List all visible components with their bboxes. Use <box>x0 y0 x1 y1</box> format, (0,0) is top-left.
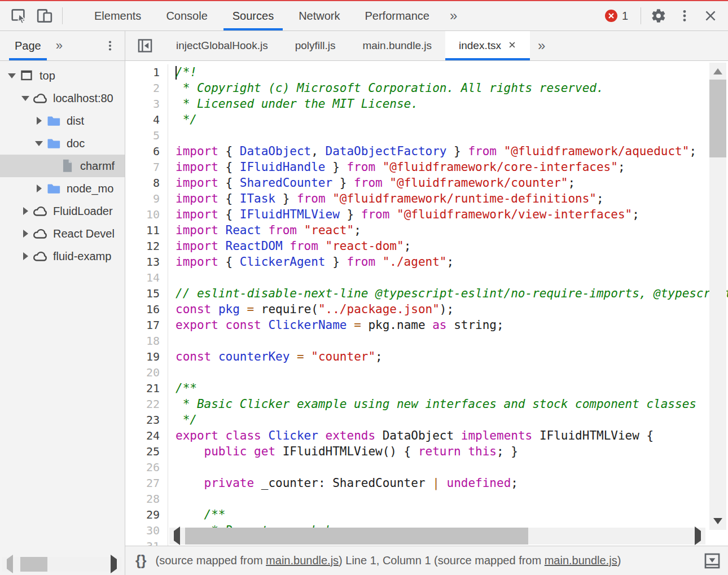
tree-item-doc[interactable]: doc <box>0 132 125 155</box>
code-line-content[interactable]: * Basic Clicker example using new interf… <box>168 396 696 412</box>
scrollbar-thumb[interactable] <box>185 528 528 545</box>
tab-elements[interactable]: Elements <box>82 1 154 30</box>
source-map-link[interactable]: main.bundle.js <box>266 554 339 567</box>
line-number[interactable]: 30 <box>125 523 168 538</box>
scroll-down-arrow[interactable] <box>713 518 722 524</box>
line-number[interactable]: 24 <box>125 428 168 444</box>
inspect-element-button[interactable] <box>6 3 32 29</box>
code-line-content[interactable]: export class Clicker extends DataObject … <box>168 428 654 444</box>
code-line-content[interactable]: * Copyright (c) Microsoft Corporation. A… <box>168 80 604 96</box>
tab-sources[interactable]: Sources <box>220 1 286 30</box>
line-number[interactable]: 13 <box>125 254 168 270</box>
code-line-content[interactable]: export const ClickerName = pkg.name as s… <box>168 317 504 333</box>
code-line-content[interactable] <box>168 270 176 286</box>
line-number[interactable]: 15 <box>125 286 168 301</box>
line-number[interactable]: 4 <box>125 112 168 128</box>
file-tab-polyfill-js[interactable]: polyfill.js <box>282 31 349 60</box>
code-line-content[interactable]: import { DataObject, DataObjectFactory }… <box>168 143 696 159</box>
code-line-content[interactable]: import { ITask } from "@fluidframework/r… <box>168 191 604 207</box>
more-file-tabs-icon[interactable]: » <box>530 38 553 54</box>
tree-item-localhost-80[interactable]: localhost:80 <box>0 87 125 109</box>
line-number[interactable]: 10 <box>125 207 168 222</box>
line-number[interactable]: 7 <box>125 159 168 175</box>
code-line-content[interactable] <box>168 365 176 380</box>
line-number[interactable]: 18 <box>125 333 168 349</box>
code-line-content[interactable] <box>168 333 176 349</box>
code-line-content[interactable]: */ <box>168 112 197 128</box>
source-editor[interactable]: 1/*!2 * Copyright (c) Microsoft Corporat… <box>125 61 728 546</box>
scroll-right-arrow[interactable] <box>111 559 117 569</box>
tree-item-fluidloader[interactable]: FluidLoader <box>0 200 125 222</box>
line-number[interactable]: 2 <box>125 80 168 96</box>
code-line-content[interactable]: import ReactDOM from "react-dom"; <box>168 238 411 254</box>
line-number[interactable]: 22 <box>125 396 168 412</box>
more-panels-icon[interactable]: » <box>442 8 465 24</box>
line-number[interactable]: 6 <box>125 143 168 159</box>
code-line-content[interactable] <box>168 459 176 475</box>
scroll-left-arrow[interactable] <box>174 531 180 541</box>
chevron-down-icon[interactable] <box>6 73 18 78</box>
line-number[interactable]: 20 <box>125 365 168 380</box>
code-line-content[interactable]: // eslint-disable-next-line @typescript-… <box>168 286 728 301</box>
code-line-content[interactable]: */ <box>168 412 197 428</box>
code-line-content[interactable] <box>168 128 176 143</box>
line-number[interactable]: 28 <box>125 491 168 507</box>
line-number[interactable]: 19 <box>125 349 168 365</box>
scroll-right-arrow[interactable] <box>695 531 701 541</box>
scrollbar-thumb[interactable] <box>20 557 47 572</box>
line-number[interactable]: 11 <box>125 222 168 238</box>
code-line-content[interactable]: import { ClickerAgent } from "./agent"; <box>168 254 454 270</box>
code-line-content[interactable] <box>168 491 176 507</box>
line-number[interactable]: 12 <box>125 238 168 254</box>
hide-navigator-icon[interactable] <box>132 33 158 59</box>
code-line-content[interactable]: import React from "react"; <box>168 222 361 238</box>
line-number[interactable]: 16 <box>125 301 168 317</box>
code-line-content[interactable]: /** <box>168 507 226 523</box>
tab-performance[interactable]: Performance <box>353 1 442 30</box>
file-tab-main-bundle-js[interactable]: main.bundle.js <box>349 31 445 60</box>
file-tab-injectglobalhook-js[interactable]: injectGlobalHook.js <box>163 31 282 60</box>
chevron-right-icon[interactable] <box>19 207 32 215</box>
line-number[interactable]: 27 <box>125 475 168 491</box>
line-number[interactable]: 14 <box>125 270 168 286</box>
code-line-content[interactable]: /** <box>168 380 197 396</box>
line-number[interactable]: 3 <box>125 96 168 112</box>
scroll-left-arrow[interactable] <box>7 559 13 569</box>
device-toolbar-button[interactable] <box>32 3 58 29</box>
code-line-content[interactable]: import { IFluidHandle } from "@fluidfram… <box>168 159 625 175</box>
code-line-content[interactable]: import { SharedCounter } from "@fluidfra… <box>168 175 575 191</box>
settings-gear-icon[interactable] <box>646 3 672 29</box>
chevron-right-icon[interactable] <box>19 230 32 238</box>
chevron-down-icon[interactable] <box>33 141 45 146</box>
line-number[interactable]: 1 <box>125 64 168 80</box>
more-options-menu-icon[interactable] <box>672 3 698 29</box>
editor-vertical-scrollbar[interactable] <box>709 63 726 530</box>
chevron-down-icon[interactable] <box>19 96 32 101</box>
source-map-link[interactable]: main.bundle.js <box>545 554 617 567</box>
tab-page[interactable]: Page <box>12 31 43 60</box>
code-line-content[interactable]: import { IFluidHTMLView } from "@fluidfr… <box>168 207 639 222</box>
scrollbar-thumb[interactable] <box>709 80 726 157</box>
close-devtools-icon[interactable] <box>698 3 723 29</box>
line-number[interactable]: 9 <box>125 191 168 207</box>
tab-network[interactable]: Network <box>286 1 352 30</box>
more-navigator-tabs-icon[interactable]: » <box>56 38 63 53</box>
pretty-print-icon[interactable]: {} <box>135 552 146 569</box>
close-tab-icon[interactable] <box>508 39 516 52</box>
tree-item-charmf[interactable]: charmf <box>0 155 125 177</box>
chevron-right-icon[interactable] <box>33 185 45 192</box>
tree-item-top[interactable]: top <box>0 64 125 87</box>
file-tab-index-tsx[interactable]: index.tsx <box>445 31 530 60</box>
line-number[interactable]: 25 <box>125 444 168 459</box>
code-line-content[interactable]: /*! <box>168 64 197 80</box>
line-number[interactable]: 29 <box>125 507 168 523</box>
editor-horizontal-scrollbar[interactable] <box>169 528 705 545</box>
line-number[interactable]: 17 <box>125 317 168 333</box>
line-number[interactable]: 8 <box>125 175 168 191</box>
line-number[interactable]: 21 <box>125 380 168 396</box>
code-line-content[interactable]: public get IFluidHTMLView() { return thi… <box>168 444 518 459</box>
tree-item-fluid-examp[interactable]: fluid-examp <box>0 245 125 267</box>
tree-item-dist[interactable]: dist <box>0 109 125 132</box>
tree-item-react-devel[interactable]: React Devel <box>0 222 125 245</box>
expand-drawer-icon[interactable] <box>703 552 721 570</box>
